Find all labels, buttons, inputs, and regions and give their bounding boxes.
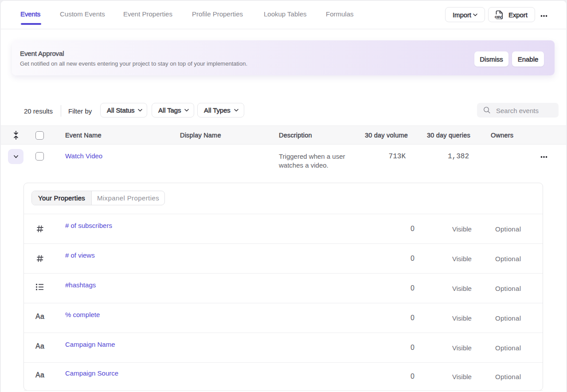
svg-text:CSV: CSV	[495, 15, 502, 19]
